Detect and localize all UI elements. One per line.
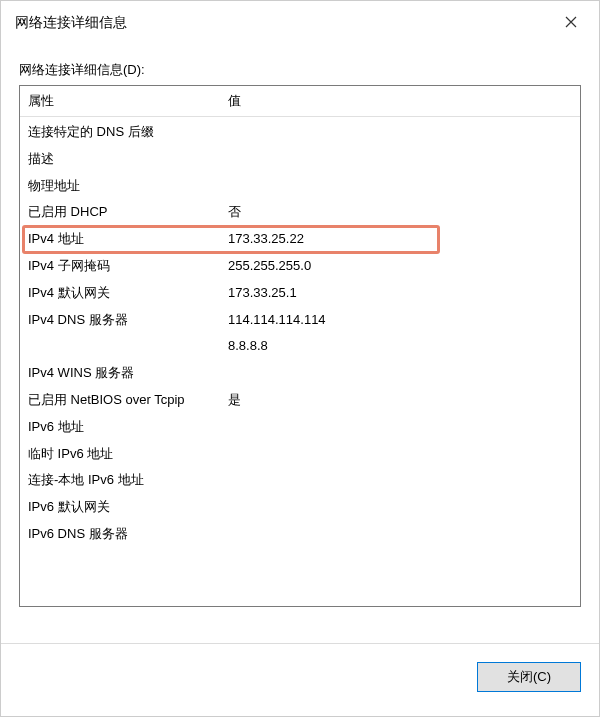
table-row[interactable]: IPv4 默认网关173.33.25.1 (20, 280, 580, 307)
details-scroll[interactable]: 属性 值 连接特定的 DNS 后缀描述物理地址已启用 DHCP否IPv4 地址1… (20, 86, 580, 606)
window-title: 网络连接详细信息 (15, 14, 127, 32)
property-cell: IPv4 子网掩码 (20, 256, 220, 277)
value-cell (220, 497, 580, 518)
value-cell (220, 176, 580, 197)
value-cell: 173.33.25.22 (220, 229, 580, 250)
property-cell: 物理地址 (20, 176, 220, 197)
property-cell: IPv4 DNS 服务器 (20, 310, 220, 331)
close-button[interactable]: 关闭(C) (477, 662, 581, 692)
window-close-button[interactable] (557, 9, 585, 37)
table-row[interactable]: 8.8.8.8 (20, 333, 580, 360)
table-row[interactable]: IPv6 地址 (20, 414, 580, 441)
column-header-property[interactable]: 属性 (20, 90, 220, 112)
value-cell: 114.114.114.114 (220, 310, 580, 331)
table-row[interactable]: IPv4 地址173.33.25.22 (20, 226, 580, 253)
value-cell: 255.255.255.0 (220, 256, 580, 277)
table-row[interactable]: 临时 IPv6 地址 (20, 441, 580, 468)
table-row[interactable]: IPv4 子网掩码255.255.255.0 (20, 253, 580, 280)
property-cell: 临时 IPv6 地址 (20, 444, 220, 465)
column-header-row: 属性 值 (20, 86, 580, 117)
table-row[interactable]: 物理地址 (20, 173, 580, 200)
value-cell (220, 524, 580, 545)
property-cell: IPv6 DNS 服务器 (20, 524, 220, 545)
property-cell: 连接特定的 DNS 后缀 (20, 122, 220, 143)
value-cell: 是 (220, 390, 580, 411)
property-cell: IPv4 WINS 服务器 (20, 363, 220, 384)
property-cell: 已启用 DHCP (20, 202, 220, 223)
details-label: 网络连接详细信息(D): (19, 61, 581, 79)
table-row[interactable]: IPv4 DNS 服务器114.114.114.114 (20, 307, 580, 334)
property-cell: IPv4 默认网关 (20, 283, 220, 304)
property-cell: 已启用 NetBIOS over Tcpip (20, 390, 220, 411)
property-cell: IPv6 地址 (20, 417, 220, 438)
value-cell: 173.33.25.1 (220, 283, 580, 304)
table-row[interactable]: 已启用 DHCP否 (20, 199, 580, 226)
value-cell (220, 122, 580, 143)
property-cell (20, 336, 220, 357)
button-row: 关闭(C) (1, 644, 599, 716)
table-row[interactable]: 连接特定的 DNS 后缀 (20, 119, 580, 146)
titlebar: 网络连接详细信息 (1, 1, 599, 49)
property-cell: 描述 (20, 149, 220, 170)
table-row[interactable]: 已启用 NetBIOS over Tcpip是 (20, 387, 580, 414)
value-cell: 否 (220, 202, 580, 223)
dialog-window: 网络连接详细信息 网络连接详细信息(D): 属性 值 连接特定的 DNS 后缀描… (0, 0, 600, 717)
property-cell: IPv6 默认网关 (20, 497, 220, 518)
content-area: 网络连接详细信息(D): 属性 值 连接特定的 DNS 后缀描述物理地址已启用 … (1, 49, 599, 625)
table-row[interactable]: 连接-本地 IPv6 地址 (20, 467, 580, 494)
details-list: 属性 值 连接特定的 DNS 后缀描述物理地址已启用 DHCP否IPv4 地址1… (19, 85, 581, 607)
value-cell (220, 149, 580, 170)
value-cell: 8.8.8.8 (220, 336, 580, 357)
table-row[interactable]: IPv4 WINS 服务器 (20, 360, 580, 387)
table-row[interactable]: IPv6 默认网关 (20, 494, 580, 521)
value-cell (220, 417, 580, 438)
close-icon (565, 14, 577, 32)
table-row[interactable]: 描述 (20, 146, 580, 173)
property-cell: IPv4 地址 (20, 229, 220, 250)
column-header-value[interactable]: 值 (220, 90, 580, 112)
property-cell: 连接-本地 IPv6 地址 (20, 470, 220, 491)
value-cell (220, 363, 580, 384)
value-cell (220, 444, 580, 465)
value-cell (220, 470, 580, 491)
table-row[interactable]: IPv6 DNS 服务器 (20, 521, 580, 548)
